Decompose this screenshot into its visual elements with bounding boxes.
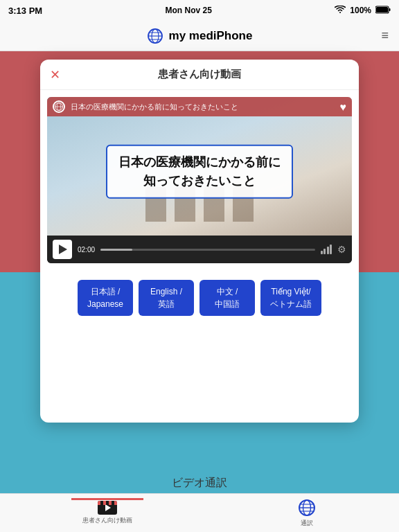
status-bar: 3:13 PM Mon Nov 25 100% — [0, 0, 399, 21]
bottom-section: ビデオ通訳 — [0, 476, 399, 490]
volume-bars — [321, 245, 332, 254]
video-thumbnail: 日本の医療機関にかかる前に知っておきたいこと ♥ 日本の医療機関にかかる前に 知… — [47, 97, 352, 236]
modal-card: ✕ 患者さん向け動画 — [40, 60, 359, 423]
lang-btn-chinese[interactable]: 中文 /中国語 — [200, 280, 255, 316]
status-right: 100% — [335, 6, 391, 16]
lang-btn-english[interactable]: English /英語 — [139, 280, 194, 316]
vol-bar-4 — [330, 245, 332, 254]
play-icon — [59, 245, 67, 254]
tab-translation[interactable]: 通訳 — [286, 495, 328, 531]
tab-video[interactable]: 患者さん向け動画 — [71, 498, 143, 528]
video-title-bar: 日本の医療機関にかかる前に知っておきたいこと — [47, 97, 352, 116]
play-button[interactable] — [53, 240, 72, 259]
overlay-line2: 知っておきたいこと — [118, 172, 281, 190]
nav-title: my mediPhone — [147, 28, 253, 44]
modal-spacer — [40, 326, 359, 423]
svg-rect-1 — [376, 7, 388, 12]
tab-bar: 患者さん向け動画 通訳 — [0, 493, 399, 532]
svg-rect-2 — [389, 8, 391, 11]
nav-bar: my mediPhone ≡ — [0, 21, 399, 51]
time-label: 02:00 — [78, 246, 95, 254]
overlay-line1: 日本の医療機関にかかる前に — [118, 153, 281, 172]
battery-label: 100% — [350, 6, 371, 15]
battery-icon — [375, 6, 391, 16]
tab-video-label: 患者さん向け動画 — [82, 516, 132, 525]
tab-video-stripe — [98, 501, 117, 505]
modal-header: ✕ 患者さん向け動画 — [40, 60, 359, 90]
video-title-text: 日本の医療機関にかかる前に知っておきたいこと — [71, 102, 238, 112]
video-text-overlay: 日本の医療機関にかかる前に 知っておきたいこと — [106, 145, 293, 199]
main-content: ✕ 患者さん向け動画 — [0, 51, 399, 493]
heart-icon[interactable]: ♥ — [340, 101, 347, 114]
modal-title: 患者さん向け動画 — [158, 68, 241, 81]
video-section: 日本の医療機関にかかる前に知っておきたいこと ♥ 日本の医療機関にかかる前に 知… — [47, 97, 352, 263]
vol-bar-1 — [321, 251, 323, 254]
lang-btn-japanese[interactable]: 日本語 /Japanese — [78, 280, 133, 316]
bottom-label: ビデオ通訳 — [172, 477, 227, 488]
status-time: 3:13 PM — [8, 6, 42, 16]
tab-globe-icon — [297, 498, 317, 517]
menu-icon[interactable]: ≡ — [381, 28, 389, 43]
wifi-icon — [335, 6, 346, 16]
vol-bar-2 — [323, 249, 326, 254]
tab-translation-label: 通訳 — [301, 519, 313, 528]
close-button[interactable]: ✕ — [50, 67, 60, 82]
app-title: my mediPhone — [169, 29, 253, 43]
video-controls: 02:00 ⚙ — [47, 236, 352, 263]
lang-btn-vietnamese[interactable]: Tiếng Việt/ベトナム語 — [260, 280, 321, 316]
status-date: Mon Nov 25 — [166, 6, 212, 15]
globe-icon — [147, 28, 163, 44]
language-buttons: 日本語 /Japanese English /英語 中文 /中国語 Tiếng … — [40, 270, 359, 326]
progress-fill — [100, 249, 132, 251]
tab-video-icon — [98, 501, 117, 515]
video-source-globe-icon — [53, 100, 65, 113]
settings-icon[interactable]: ⚙ — [337, 244, 346, 255]
progress-bar[interactable] — [100, 249, 314, 251]
vol-bar-3 — [327, 247, 329, 254]
